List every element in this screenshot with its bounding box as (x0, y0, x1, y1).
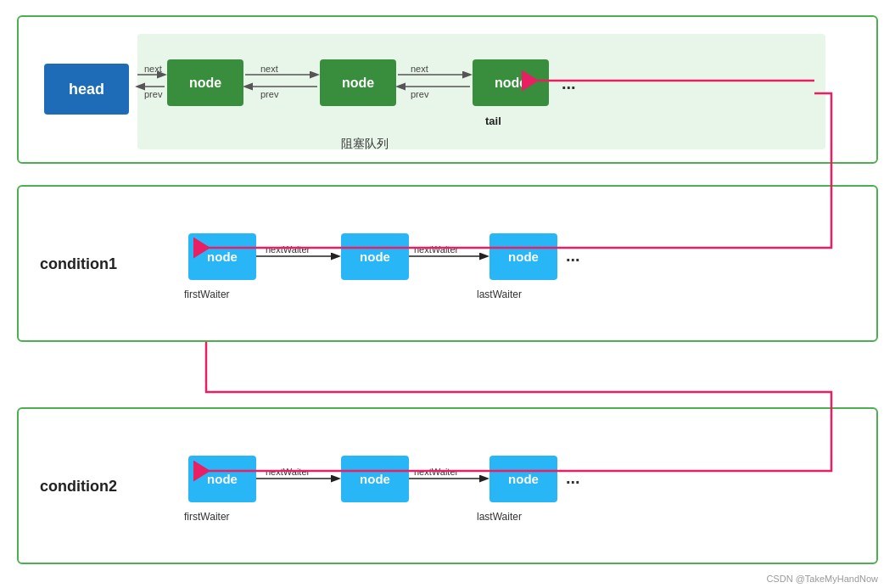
c1-node-1: node (188, 233, 256, 280)
condition1-label: condition1 (40, 255, 117, 272)
c1-dots: ... (566, 246, 580, 266)
c1-arrows: nextWaiter nextWaiter (19, 187, 876, 340)
c1-node-2: node (341, 233, 409, 280)
c2-dots: ... (566, 468, 580, 488)
tail-label: tail (485, 115, 501, 127)
condition1-section: condition1 node node node firstWaiter la… (17, 185, 878, 342)
head-box: head (44, 64, 129, 115)
main-container: head node node node tail ... 阻塞队列 (0, 0, 895, 588)
svg-text:nextWaiter: nextWaiter (414, 244, 459, 255)
queue-label: 阻塞队列 (341, 137, 389, 152)
top-section: head node node node tail ... 阻塞队列 (17, 15, 878, 164)
c2-node-2: node (341, 456, 409, 502)
c1-last-waiter: lastWaiter (477, 288, 522, 300)
green-node-2: node (320, 59, 396, 106)
svg-text:nextWaiter: nextWaiter (266, 467, 310, 477)
c2-first-waiter: firstWaiter (184, 511, 230, 523)
green-node-3: node (473, 59, 549, 106)
c1-first-waiter: firstWaiter (184, 288, 230, 300)
top-dots: ... (562, 74, 576, 93)
watermark: CSDN @TakeMyHandNow (766, 574, 878, 584)
c2-node-3: node (489, 456, 557, 502)
c2-last-waiter: lastWaiter (477, 511, 522, 523)
c2-arrows: nextWaiter nextWaiter (19, 409, 876, 563)
svg-text:nextWaiter: nextWaiter (266, 244, 310, 255)
green-node-1: node (167, 59, 243, 106)
c2-node-1: node (188, 456, 256, 502)
svg-text:nextWaiter: nextWaiter (414, 467, 459, 477)
c1-node-3: node (489, 233, 557, 280)
head-label: head (69, 81, 104, 98)
condition2-label: condition2 (40, 477, 117, 495)
condition2-section: condition2 node node node firstWaiter la… (17, 407, 878, 564)
